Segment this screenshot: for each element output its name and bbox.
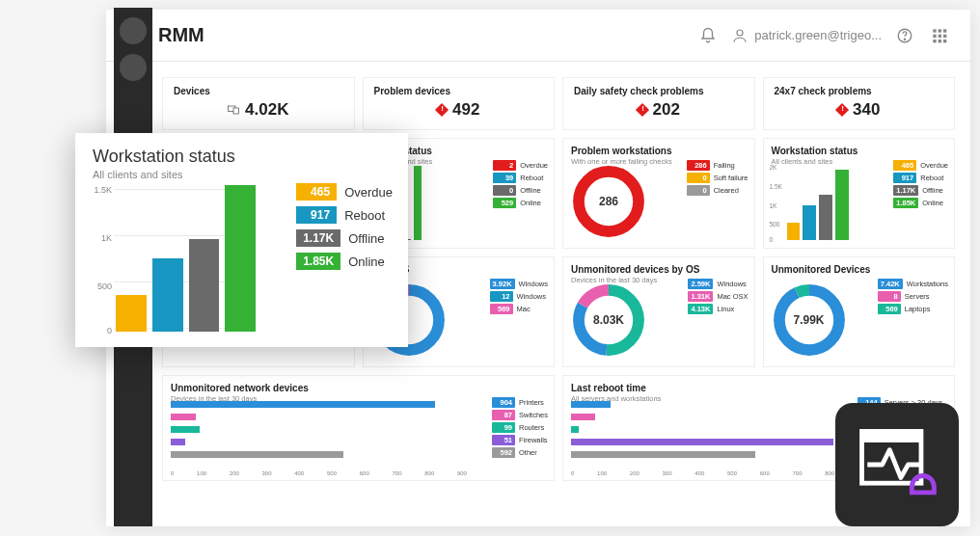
legend: 2Overdue39Reboot0Offline529Online: [493, 160, 548, 210]
card-unmonitored-network[interactable]: Unmonitored network devices Devices in t…: [162, 375, 555, 481]
legend-item: 592Other: [492, 447, 548, 458]
legend-item: 286Failing: [687, 160, 749, 171]
card-title: Unmonitored devices by OS: [571, 264, 747, 275]
svg-rect-25: [862, 431, 921, 442]
alert-icon: [635, 103, 648, 117]
alert-icon: [835, 103, 849, 117]
card-title: Workstation status: [772, 146, 947, 156]
svg-rect-15: [233, 108, 239, 114]
svg-rect-6: [939, 29, 941, 32]
popout-workstation-status[interactable]: Workstation status All clients and sites…: [75, 133, 408, 347]
user-menu[interactable]: patrick.green@trigeo...: [725, 27, 887, 44]
kpi-title: 24x7 check problems: [775, 86, 944, 96]
svg-rect-11: [933, 40, 936, 42]
svg-rect-8: [933, 34, 936, 37]
legend: 7.42KWorkstations8Servers569Laptops: [878, 279, 948, 316]
legend-item: 12Windows: [490, 291, 548, 302]
legend-item: 465Overdue: [893, 160, 948, 171]
card-workstation-status[interactable]: Workstation status All clients and sites…: [763, 138, 956, 249]
legend-item: 1.17KOffline: [296, 229, 393, 247]
legend-item: 917Reboot: [893, 173, 948, 183]
legend-item: 529Online: [493, 198, 548, 208]
card-unmonitored-devices[interactable]: Unmonitored Devices 7.99K 7.42KWorkstati…: [763, 256, 956, 367]
legend-item: 99Routers: [492, 422, 548, 433]
notifications-icon[interactable]: [691, 18, 725, 53]
legend-item: 465Overdue: [296, 183, 393, 201]
legend: 286Failing0Soft failure0Cleared: [687, 160, 749, 198]
popout-subtitle: All clients and sites: [93, 169, 391, 180]
rail-nav-item[interactable]: [120, 54, 147, 81]
kpi-daily-safety[interactable]: Daily safety check problems 202: [562, 77, 755, 130]
kpi-247-checks[interactable]: 24x7 check problems 340: [763, 77, 956, 130]
legend-item: 569Mac: [490, 304, 548, 314]
legend-item: 0Cleared: [687, 185, 749, 196]
legend-item: 1.85KOnline: [296, 253, 393, 270]
legend: 3.92KWindows12Windows569Mac: [490, 279, 548, 316]
legend-item: 1.85KOnline: [893, 198, 948, 208]
legend: 465Overdue917Reboot1.17KOffline1.85KOnli…: [893, 160, 948, 210]
svg-point-2: [737, 30, 743, 36]
legend-item: 2Overdue: [493, 160, 548, 171]
product-icon: [835, 403, 959, 526]
kpi-row: Devices 4.02K Problem devices 492 Daily …: [162, 77, 955, 130]
legend-item: 1.17KOffline: [893, 185, 948, 196]
legend-item: 39Reboot: [493, 173, 548, 183]
kpi-value: 340: [853, 100, 880, 120]
legend-item: 2.59KWindows: [688, 279, 748, 289]
apps-grid-icon[interactable]: [922, 18, 957, 53]
kpi-title: Devices: [174, 86, 343, 96]
user-name: patrick.green@trigeo...: [754, 28, 882, 42]
app-title: RMM: [158, 24, 204, 46]
devices-icon: [228, 105, 239, 115]
svg-rect-7: [943, 29, 946, 32]
legend-item: 3.92KWindows: [490, 279, 548, 289]
svg-rect-9: [939, 34, 941, 37]
card-title: Unmonitored Devices: [772, 264, 947, 275]
svg-rect-12: [939, 40, 941, 42]
legend: 2.59KWindows1.31KMac OSX4.13KLinux: [688, 279, 748, 316]
topbar: RMM patrick.green@trigeo...: [106, 10, 970, 62]
card-unmonitored-os[interactable]: Unmonitored devices by OS Devices in the…: [562, 256, 755, 367]
svg-rect-10: [943, 34, 946, 37]
legend-item: 7.42KWorkstations: [878, 279, 948, 289]
donut-value: 8.03K: [593, 313, 624, 327]
legend-item: 87Switches: [492, 410, 548, 420]
popout-title: Workstation status: [93, 147, 391, 167]
kpi-title: Problem devices: [374, 86, 544, 96]
legend-item: 51Firewalls: [492, 435, 548, 445]
rail-nav-item[interactable]: [120, 17, 147, 44]
kpi-value: 202: [653, 100, 680, 120]
card-problem-workstations[interactable]: Problem workstations With one or more fa…: [562, 138, 755, 249]
svg-point-4: [904, 39, 905, 40]
legend-item: 0Soft failure: [687, 173, 749, 183]
legend-item: 569Laptops: [878, 304, 948, 314]
legend-item: 4.13KLinux: [688, 304, 748, 314]
kpi-value: 4.02K: [245, 100, 288, 120]
svg-rect-13: [943, 40, 946, 42]
donut-value: 7.99K: [793, 313, 824, 327]
kpi-title: Daily safety check problems: [574, 86, 744, 96]
alert-icon: [435, 103, 449, 117]
legend-item: 904Printers: [492, 397, 548, 408]
donut-value: 286: [599, 195, 618, 208]
legend-item: 0Offline: [493, 185, 548, 196]
card-title: Last reboot time: [571, 383, 946, 393]
svg-rect-5: [933, 29, 936, 32]
popout-bars: [116, 185, 256, 332]
kpi-devices[interactable]: Devices 4.02K: [162, 77, 355, 130]
legend: 904Printers87Switches99Routers51Firewall…: [492, 397, 548, 460]
card-title: Problem workstations: [571, 146, 747, 156]
popout-legend: 465Overdue917Reboot1.17KOffline1.85KOnli…: [296, 183, 393, 276]
legend-item: 917Reboot: [296, 206, 393, 224]
legend-item: 1.31KMac OSX: [688, 291, 748, 302]
legend-item: 8Servers: [878, 291, 948, 302]
help-icon[interactable]: [887, 18, 922, 53]
kpi-problem-devices[interactable]: Problem devices 492: [363, 77, 556, 130]
kpi-value: 492: [452, 100, 479, 120]
card-title: Unmonitored network devices: [171, 383, 546, 393]
